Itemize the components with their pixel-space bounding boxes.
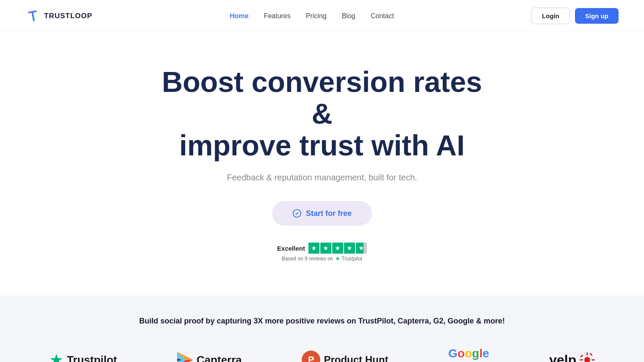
nav-contact[interactable]: Contact bbox=[371, 12, 394, 19]
svg-rect-12 bbox=[589, 353, 593, 356]
hero-section: Boost conversion rates & improve trust w… bbox=[0, 32, 644, 287]
logo-text: TRUSTLOOP bbox=[44, 12, 92, 20]
trustpilot-logo: ★ Trustpilot bbox=[49, 351, 117, 362]
trustpilot-stars: ★ ★ ★ ★ ★ bbox=[308, 243, 367, 254]
capterra-logo-text: Capterra bbox=[197, 354, 242, 362]
svg-rect-8 bbox=[580, 359, 583, 361]
social-proof-section: Build social proof by capturing 3X more … bbox=[0, 296, 644, 362]
hero-headline: Boost conversion rates & improve trust w… bbox=[157, 66, 487, 161]
trustpilot-badge: Excellent ★ ★ ★ ★ ★ Based on 9 reviews o… bbox=[8, 243, 636, 262]
product-hunt-icon: P bbox=[302, 351, 320, 362]
svg-rect-6 bbox=[587, 352, 588, 356]
nav-home[interactable]: Home bbox=[230, 12, 248, 19]
nav-links: Home Features Pricing Blog Contact bbox=[230, 12, 394, 20]
navbar: TRUSTLOOP Home Features Pricing Blog Con… bbox=[0, 0, 644, 32]
login-button[interactable]: Login bbox=[531, 8, 570, 24]
capterra-arrow-icon bbox=[177, 352, 193, 362]
nav-features[interactable]: Features bbox=[264, 12, 291, 19]
logos-row: ★ Trustpilot Capterra P Product Hunt G bbox=[25, 347, 619, 362]
star-3: ★ bbox=[332, 243, 343, 254]
social-proof-title: Build social proof by capturing 3X more … bbox=[25, 317, 619, 326]
hero-subheadline: Feedback & reputation management, built … bbox=[8, 173, 636, 182]
svg-rect-10 bbox=[580, 355, 583, 358]
yelp-logo: yelp bbox=[549, 352, 595, 362]
check-circle-icon bbox=[292, 209, 302, 218]
star-4: ★ bbox=[344, 243, 355, 254]
svg-point-5 bbox=[584, 357, 590, 362]
star-1: ★ bbox=[308, 243, 319, 254]
nav-buttons: Login Sign up bbox=[531, 8, 619, 24]
product-hunt-logo-text: Product Hunt bbox=[324, 354, 388, 362]
trustpilot-sub: Based on 9 reviews on ★ Trustpilot bbox=[282, 255, 362, 262]
nav-blog[interactable]: Blog bbox=[342, 12, 355, 19]
star-5-half: ★ bbox=[356, 243, 367, 254]
google-logo: G o o g l e Google Reviews ★ ★ ★ ★ ★ bbox=[448, 347, 489, 362]
trustpilot-logo-text: Trustpilot bbox=[67, 354, 117, 362]
logo[interactable]: TRUSTLOOP bbox=[25, 8, 92, 24]
yelp-logo-text: yelp bbox=[549, 352, 576, 362]
tp-mini-star: ★ bbox=[335, 255, 340, 262]
capterra-logo: Capterra bbox=[177, 352, 242, 362]
trustpilot-rating-label: Excellent bbox=[277, 245, 305, 252]
cta-button[interactable]: Start for free bbox=[272, 201, 372, 226]
nav-pricing[interactable]: Pricing bbox=[306, 12, 327, 19]
star-2: ★ bbox=[320, 243, 331, 254]
svg-rect-9 bbox=[591, 359, 595, 361]
google-wordmark: G o o g l e bbox=[448, 347, 489, 360]
product-hunt-logo: P Product Hunt bbox=[302, 351, 388, 362]
yelp-burst-icon bbox=[580, 352, 595, 362]
signup-button[interactable]: Sign up bbox=[575, 8, 619, 24]
trustpilot-star-icon: ★ bbox=[49, 351, 64, 362]
